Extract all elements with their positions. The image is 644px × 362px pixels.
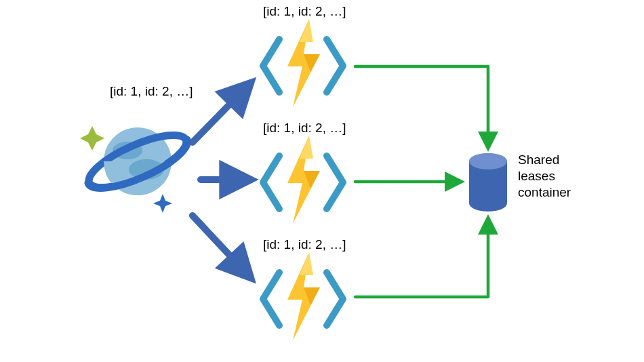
azure-function-1-icon [259, 28, 347, 103]
lightning-bolt-icon [281, 19, 325, 107]
lightning-bolt-icon [281, 136, 325, 224]
function-3-label: [id: 1, id: 2, …] [263, 237, 346, 252]
svg-point-16 [469, 195, 507, 212]
code-bracket-left-icon [259, 35, 283, 96]
code-bracket-left-icon [259, 268, 283, 329]
svg-marker-9 [300, 136, 313, 159]
arrow-fn3-to-leases [355, 218, 488, 297]
svg-point-17 [469, 153, 507, 169]
lightning-bolt-icon [281, 252, 325, 340]
code-bracket-right-icon [323, 152, 347, 213]
database-icon [468, 153, 508, 212]
cosmos-db-icon [73, 107, 202, 222]
azure-function-3-icon [259, 262, 347, 336]
function-2-label: [id: 1, id: 2, …] [263, 121, 346, 136]
diagram-canvas: [id: 1, id: 2, …] [id: 1, id: 2, …] [0, 0, 644, 362]
svg-marker-12 [300, 252, 313, 275]
code-bracket-left-icon [259, 152, 283, 213]
function-1-label: [id: 1, id: 2, …] [263, 4, 346, 19]
svg-marker-6 [300, 19, 313, 42]
leases-label: Shared leases container [518, 152, 571, 200]
arrow-fn1-to-leases [355, 66, 488, 148]
code-bracket-right-icon [323, 268, 347, 329]
arrow-source-to-fn3 [193, 216, 251, 278]
code-bracket-right-icon [323, 35, 347, 96]
source-label: [id: 1, id: 2, …] [110, 84, 193, 99]
azure-function-2-icon [259, 145, 347, 220]
